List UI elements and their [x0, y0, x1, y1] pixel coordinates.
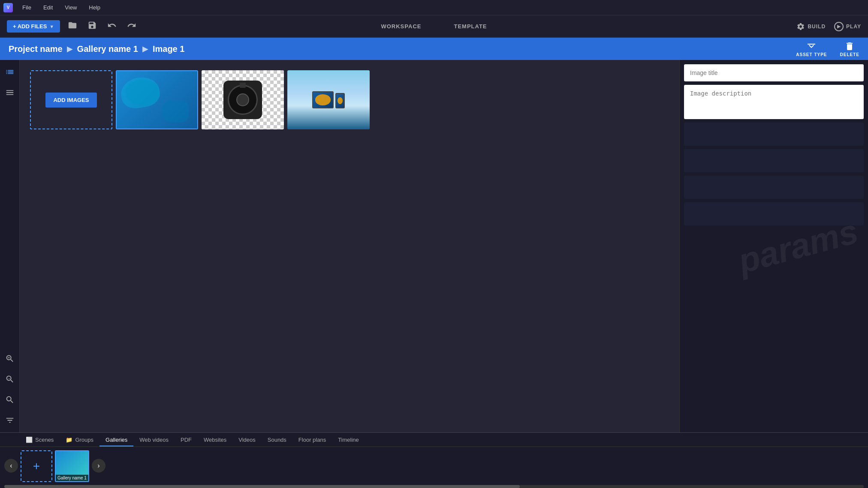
menu-file[interactable]: File — [20, 3, 34, 12]
asset-type-label: ASSET TYPE — [796, 52, 827, 57]
sidebar-icon-fit[interactable] — [3, 393, 17, 407]
project-name[interactable]: Project name — [9, 44, 63, 54]
workspace-button[interactable]: WORKSPACE — [377, 21, 425, 31]
bottom-scrollbar-track[interactable] — [4, 485, 864, 488]
tab-videos[interactable]: Videos — [232, 434, 262, 446]
gallery-next-button[interactable]: › — [92, 459, 105, 473]
main-layout: ADD IMAGES — [0, 60, 868, 432]
gallery-thumbnail-1[interactable]: Gallery name 1 — [55, 450, 89, 482]
menu-edit[interactable]: Edit — [41, 3, 55, 12]
bottom-section: ⬜ Scenes 📁 Groups Galleries Web videos P… — [0, 432, 868, 488]
tab-timeline[interactable]: Timeline — [332, 434, 365, 446]
template-button[interactable]: TEMPLATE — [450, 21, 490, 31]
bottom-content: ‹ + Gallery name 1 › — [0, 447, 868, 485]
image-name[interactable]: Image 1 — [153, 44, 184, 54]
image-description-input[interactable] — [684, 85, 864, 119]
tab-floor-plans[interactable]: Floor plans — [292, 434, 332, 446]
device-phone-icon — [335, 93, 345, 108]
scenes-tab-icon: ⬜ — [26, 437, 33, 443]
play-button[interactable]: ▶ PLAY — [834, 22, 861, 31]
sidebar-icon-zoom-in[interactable] — [3, 352, 17, 365]
image-cell-3[interactable] — [287, 70, 370, 129]
image-thumbnail-3 — [287, 70, 370, 129]
tab-sounds[interactable]: Sounds — [262, 434, 292, 446]
asset-type-button[interactable]: ASSET TYPE — [796, 41, 827, 57]
breadcrumb-right-actions: ASSET TYPE DELETE — [796, 41, 859, 57]
image-thumbnail-1 — [117, 71, 197, 129]
gallery-prev-button[interactable]: ‹ — [4, 459, 18, 473]
tab-scenes[interactable]: ⬜ Scenes — [20, 434, 60, 446]
tab-pdf[interactable]: PDF — [175, 434, 198, 446]
add-images-button[interactable]: ADD IMAGES — [45, 93, 96, 108]
open-folder-button[interactable] — [65, 19, 80, 34]
gallery-add-icon: + — [33, 459, 40, 473]
redo-button[interactable] — [124, 19, 139, 34]
image-cell-1[interactable] — [116, 70, 198, 129]
breadcrumb-bar: Project name ▶ Gallery name 1 ▶ Image 1 … — [0, 38, 868, 60]
image-title-input[interactable] — [684, 64, 864, 81]
build-button[interactable]: BUILD — [796, 22, 826, 31]
add-files-label: + ADD FILES — [13, 23, 47, 30]
sidebar-icon-layers[interactable] — [3, 65, 17, 79]
sidebar-icon-filter[interactable] — [3, 413, 17, 427]
menu-bar: V File Edit View Help — [0, 0, 868, 15]
sidebar-icon-zoom-out[interactable] — [3, 372, 17, 386]
tab-web-videos[interactable]: Web videos — [133, 434, 175, 446]
sidebar-icon-list[interactable] — [3, 86, 17, 99]
device-tablet-icon — [312, 91, 334, 108]
add-images-cell[interactable]: ADD IMAGES — [30, 70, 112, 129]
left-sidebar — [0, 60, 20, 432]
bottom-scrollbar-thumb[interactable] — [4, 485, 520, 488]
panel-param-1 — [684, 123, 864, 146]
delete-label: DELETE — [840, 52, 859, 57]
menu-help[interactable]: Help — [86, 3, 103, 12]
panel-param-4 — [684, 202, 864, 225]
breadcrumb-sep-1: ▶ — [67, 44, 73, 54]
image-grid: ADD IMAGES — [20, 60, 679, 140]
add-files-button[interactable]: + ADD FILES ▼ — [7, 20, 60, 33]
bottom-tabs: ⬜ Scenes 📁 Groups Galleries Web videos P… — [0, 433, 868, 447]
toolbar: + ADD FILES ▼ WORKSPACE TEMPLATE BUILD ▶… — [0, 15, 868, 38]
image-thumbnail-2 — [202, 70, 284, 129]
gallery-name[interactable]: Gallery name 1 — [77, 44, 138, 54]
right-panel: params — [679, 60, 868, 432]
gallery-thumb-label-1: Gallery name 1 — [56, 475, 88, 481]
build-label: BUILD — [808, 24, 826, 30]
save-button[interactable] — [85, 19, 99, 34]
play-label: PLAY — [846, 24, 861, 30]
breadcrumb-sep-2: ▶ — [142, 44, 148, 54]
tab-groups[interactable]: 📁 Groups — [60, 434, 99, 446]
canvas-area: ADD IMAGES — [20, 60, 679, 432]
tab-websites[interactable]: Websites — [198, 434, 232, 446]
toolbar-center-nav: WORKSPACE TEMPLATE — [377, 21, 490, 31]
tab-galleries[interactable]: Galleries — [99, 434, 133, 446]
app-icon: V — [3, 3, 13, 12]
panel-param-3 — [684, 176, 864, 199]
menu-view[interactable]: View — [62, 3, 79, 12]
panel-param-2 — [684, 149, 864, 172]
groups-tab-icon: 📁 — [66, 437, 72, 443]
toolbar-right-actions: BUILD ▶ PLAY — [796, 22, 861, 31]
gallery-add-button[interactable]: + — [21, 450, 52, 482]
delete-button[interactable]: DELETE — [840, 41, 859, 57]
undo-button[interactable] — [105, 19, 119, 34]
device-icons-group — [312, 91, 345, 108]
image-cell-2[interactable] — [202, 70, 284, 129]
